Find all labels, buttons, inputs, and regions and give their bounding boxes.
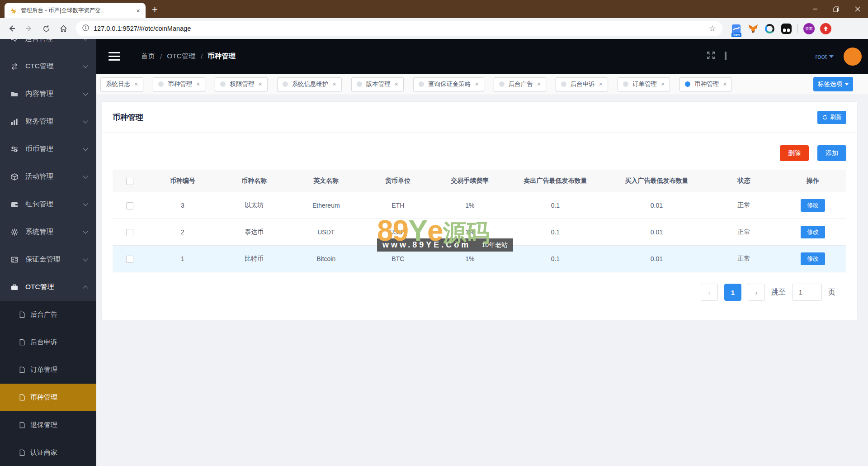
delete-button[interactable]: 删除 (780, 145, 809, 161)
hamburger-menu-icon[interactable] (108, 52, 120, 61)
breadcrumb-otc[interactable]: OTC管理 (167, 52, 196, 61)
extension-new-icon[interactable]: New (731, 23, 742, 34)
edit-button[interactable]: 修改 (801, 226, 825, 238)
tag-backend-appeals[interactable]: 后台申诉× (556, 77, 608, 91)
tag-close-icon[interactable]: × (723, 81, 726, 88)
breadcrumb-home[interactable]: 首页 (141, 52, 155, 61)
window-restore-button[interactable] (826, 0, 847, 18)
tag-close-icon[interactable]: × (196, 81, 200, 88)
forward-button[interactable] (22, 21, 36, 36)
sidebar-item-coin-coin[interactable]: 币币管理 (0, 135, 96, 163)
sidebar-item-ctc[interactable]: CTC管理 (0, 52, 96, 80)
back-button[interactable] (5, 21, 19, 36)
row-checkbox[interactable] (126, 229, 133, 236)
add-button[interactable]: 添加 (817, 145, 846, 161)
prev-page-button[interactable]: ‹ (701, 284, 718, 301)
table-row-highlighted: 1 比特币 Bitcoin BTC 1% 0.1 0.01 正常 修改 (113, 246, 846, 272)
cube-icon (10, 173, 19, 181)
col-en-name: 英文名称 (290, 170, 362, 192)
submenu-item-coin-manage[interactable]: 币种管理 (0, 384, 96, 411)
tab-close-icon[interactable]: × (135, 7, 141, 14)
file-icon (19, 422, 25, 428)
page-1-button[interactable]: 1 (724, 284, 741, 301)
wallet-icon (10, 200, 19, 209)
page-info-icon[interactable] (82, 24, 89, 33)
row-checkbox[interactable] (126, 256, 133, 263)
reload-button[interactable] (39, 21, 53, 36)
select-all-checkbox[interactable] (126, 178, 133, 185)
edit-button[interactable]: 修改 (801, 199, 825, 212)
bar-chart-icon (10, 118, 19, 126)
sidebar-item-redpacket[interactable]: 红包管理 (0, 190, 96, 218)
submenu-item-order-manage[interactable]: 订单管理 (0, 356, 96, 384)
submenu-item-backend-appeals[interactable]: 后台申诉 (0, 328, 96, 356)
tag-dot (158, 81, 164, 87)
tag-version-manage[interactable]: 版本管理× (351, 77, 404, 91)
window-minimize-button[interactable] (804, 0, 826, 18)
row-checkbox[interactable] (126, 202, 133, 209)
tag-close-icon[interactable]: × (333, 81, 336, 88)
browser-titlebar: 管理后台 - 币严|全球数字资产交 × + (0, 0, 868, 18)
refresh-button[interactable]: 刷新 (817, 111, 846, 124)
url-text[interactable]: 127.0.0.1:9527/#/otc/coinManage (94, 25, 704, 32)
window-close-button[interactable] (847, 0, 868, 18)
red-extension-icon[interactable] (820, 23, 831, 34)
next-page-button[interactable]: › (748, 284, 765, 301)
submenu-item-refund-manage[interactable]: 退保管理 (0, 411, 96, 439)
tag-margin-policy[interactable]: 查询保证金策略× (413, 77, 484, 91)
fullscreen-icon[interactable] (706, 51, 716, 62)
browser-tab[interactable]: 管理后台 - 币严|全球数字资产交 × (5, 3, 146, 18)
sidebar-item-content[interactable]: 内容管理 (0, 80, 96, 108)
site-favicon-icon (9, 7, 17, 14)
col-buy-min: 买入广告最低发布数量 (605, 170, 708, 192)
sidebar-item-otc[interactable]: OTC管理 (0, 273, 96, 301)
tag-options-button[interactable]: 标签选项 (813, 77, 853, 91)
sidebar-item-margin[interactable]: 保证金管理 (0, 246, 96, 273)
tag-system-info[interactable]: 系统信息维护× (277, 77, 342, 91)
sidebar-item-activity[interactable]: 活动管理 (0, 163, 96, 190)
ring-extension-icon[interactable] (764, 23, 775, 34)
table-actions: 删除 添加 (102, 133, 857, 161)
metamask-extension-icon[interactable] (747, 23, 759, 34)
id-card-icon (10, 256, 19, 264)
tag-close-icon[interactable]: × (475, 81, 478, 88)
edit-button[interactable]: 修改 (801, 252, 825, 265)
tag-close-icon[interactable]: × (395, 81, 398, 88)
tag-coin-manage-1[interactable]: 币种管理× (153, 77, 205, 91)
address-bar[interactable]: 127.0.0.1:9527/#/otc/coinManage ☆ (76, 21, 722, 36)
submenu-item-certified-merchant[interactable]: 认证商家 (0, 439, 96, 466)
page-unit-label: 页 (828, 288, 835, 297)
submenu-item-backend-ads[interactable]: 后台广告 (0, 301, 96, 328)
chevron-down-icon (83, 90, 88, 95)
sidebar-item-operations[interactable]: 运营管理 (0, 39, 96, 52)
tag-system-log[interactable]: 系统日志× (100, 77, 143, 91)
file-icon (19, 339, 25, 346)
dots-extension-icon[interactable] (781, 23, 792, 34)
browser-profile-avatar[interactable]: 贤军 (803, 23, 815, 34)
card-header: 币种管理 刷新 (102, 102, 857, 133)
tag-backend-ads[interactable]: 后台广告× (494, 77, 546, 91)
tag-coin-manage-active[interactable]: 币种管理× (679, 77, 732, 91)
tag-permission-manage[interactable]: 权限管理× (215, 77, 267, 91)
app-header: 首页 / OTC管理 / 币种管理 root (96, 39, 868, 74)
tag-close-icon[interactable]: × (134, 81, 138, 88)
jump-page-input[interactable] (792, 284, 822, 301)
user-avatar[interactable] (844, 48, 862, 66)
extensions-row: New 贤军 (731, 23, 831, 34)
bookmark-star-icon[interactable]: ☆ (709, 24, 716, 33)
sidebar-item-system[interactable]: 系统管理 (0, 218, 96, 246)
chevron-down-icon (83, 63, 88, 68)
col-sell-min: 卖出广告最低发布数量 (506, 170, 605, 192)
tag-close-icon[interactable]: × (258, 81, 262, 88)
breadcrumb: 首页 / OTC管理 / 币种管理 (141, 52, 236, 61)
user-menu[interactable]: root (815, 52, 834, 60)
tag-close-icon[interactable]: × (599, 81, 603, 88)
new-tab-button[interactable]: + (152, 4, 158, 15)
tag-close-icon[interactable]: × (537, 81, 541, 88)
tag-order-manage[interactable]: 订单管理× (618, 77, 670, 91)
tag-close-icon[interactable]: × (661, 81, 665, 88)
col-unit: 货币单位 (362, 170, 434, 192)
lock-icon[interactable] (725, 52, 726, 61)
sidebar-item-finance[interactable]: 财务管理 (0, 108, 96, 135)
home-button[interactable] (56, 21, 71, 36)
